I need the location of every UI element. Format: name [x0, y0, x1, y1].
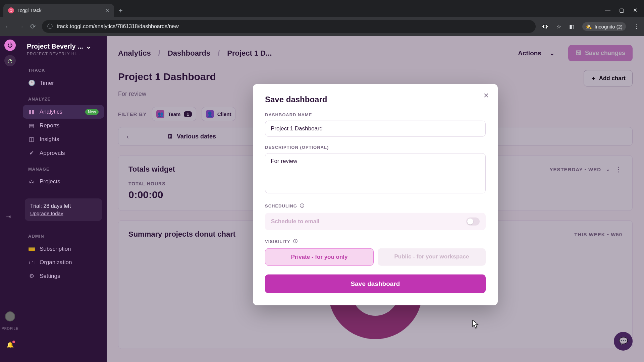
info-icon[interactable]: ⓘ: [293, 238, 298, 244]
browser-tab-strip: ⏱ Toggl Track ✕ + — ▢ ✕: [0, 0, 644, 17]
visibility-label: VISIBILITYⓘ: [265, 238, 486, 244]
schedule-toggle[interactable]: [466, 218, 480, 226]
new-badge: New: [85, 109, 99, 115]
dashboard-description-input[interactable]: [265, 153, 486, 193]
sidebar-item-settings[interactable]: ⚙Settings: [20, 269, 107, 283]
incognito-indicator[interactable]: 🕵️ Incognito (2): [582, 22, 626, 31]
description-label: DESCRIPTION (OPTIONAL): [265, 145, 486, 150]
visibility-public-option[interactable]: Public - for your workspace: [378, 248, 486, 266]
close-tab-icon[interactable]: ✕: [105, 7, 109, 14]
info-icon[interactable]: ⓘ: [300, 203, 305, 209]
sidebar-item-reports[interactable]: ▤Reports: [20, 119, 107, 132]
folder-icon: 🗂: [28, 178, 35, 185]
notifications-bell-icon[interactable]: 🔔: [6, 341, 14, 349]
sidebar-section-analyze: ANALYZE: [20, 90, 107, 105]
site-info-icon[interactable]: ⓘ: [47, 23, 53, 30]
main-content: Analytics / Dashboards / Project 1 D... …: [107, 36, 644, 362]
avatar[interactable]: [5, 311, 15, 321]
sidebar-section-manage: MANAGE: [20, 160, 107, 175]
sidebar-item-timer[interactable]: 🕒Timer: [20, 76, 107, 90]
browser-menu-icon[interactable]: ⋮: [634, 23, 639, 30]
visibility-private-option[interactable]: Private - for you only: [265, 248, 374, 266]
chevron-down-icon: ⌄: [86, 42, 92, 50]
clock-icon: 🕒: [28, 79, 35, 86]
check-circle-icon: ✔: [28, 149, 35, 157]
dashboard-name-input[interactable]: [265, 121, 486, 137]
browser-tab[interactable]: ⏱ Toggl Track ✕: [3, 4, 114, 17]
url-text: track.toggl.com/analytics/7861318/dashbo…: [57, 23, 179, 29]
gear-icon: ⚙: [28, 273, 35, 280]
trial-banner[interactable]: Trial: 28 days left Upgrade today: [25, 198, 102, 221]
bookmark-star-icon[interactable]: ☆: [556, 23, 561, 30]
modal-title: Save dashboard: [265, 95, 486, 104]
sidebar-section-admin: ADMIN: [20, 227, 107, 242]
collapse-sidebar-icon[interactable]: ⇥: [6, 213, 11, 220]
window-maximize-icon[interactable]: ▢: [619, 7, 624, 13]
eye-off-icon[interactable]: 👁‍🗨: [542, 23, 548, 30]
profile-label: PROFILE: [2, 327, 18, 330]
app-rail: ⏻ ◔ PROFILE 🔔: [0, 36, 20, 362]
window-close-icon[interactable]: ✕: [633, 7, 637, 13]
sidebar-item-analytics[interactable]: ▮▮AnalyticsNew: [23, 105, 104, 119]
window-minimize-icon[interactable]: —: [605, 7, 610, 13]
toggl-favicon: ⏱: [8, 7, 14, 13]
sidebar-item-organization[interactable]: 🗃Organization: [20, 256, 107, 269]
reports-icon: ▤: [28, 122, 35, 129]
sidebar-item-subscription[interactable]: 💳Subscription: [20, 242, 107, 256]
incognito-icon: 🕵️: [586, 23, 592, 29]
save-dashboard-button[interactable]: Save dashboard: [265, 275, 486, 293]
browser-toolbar: ← → ⟳ ⓘ track.toggl.com/analytics/786131…: [0, 17, 644, 36]
rail-timer-button[interactable]: ⏻: [4, 40, 16, 51]
schedule-to-email-row[interactable]: Schedule to email: [265, 213, 486, 230]
side-panel-icon[interactable]: ◧: [569, 23, 574, 30]
name-label: DASHBOARD NAME: [265, 112, 486, 117]
insights-icon: ◫: [28, 136, 35, 143]
forward-icon[interactable]: →: [17, 23, 24, 31]
new-tab-button[interactable]: +: [114, 7, 127, 17]
sidebar-item-projects[interactable]: 🗂Projects: [20, 175, 107, 188]
address-bar[interactable]: ⓘ track.toggl.com/analytics/7861318/dash…: [42, 20, 536, 33]
save-dashboard-modal: Save dashboard ✕ DASHBOARD NAME DESCRIPT…: [253, 84, 498, 305]
rail-secondary-button[interactable]: ◔: [4, 55, 16, 66]
sidebar-section-track: TRACK: [20, 61, 107, 76]
sidebar: Project Beverly ...⌄ PROJECT BEVERLY HI.…: [20, 36, 107, 362]
sidebar-item-approvals[interactable]: ✔Approvals: [20, 146, 107, 160]
reload-icon[interactable]: ⟳: [30, 22, 36, 31]
card-icon: 💳: [28, 245, 35, 252]
modal-close-icon[interactable]: ✕: [483, 92, 489, 100]
tab-title: Toggl Track: [17, 8, 102, 13]
back-icon[interactable]: ←: [5, 23, 11, 31]
workspace-switcher[interactable]: Project Beverly ...⌄ PROJECT BEVERLY HI.…: [20, 41, 107, 61]
org-icon: 🗃: [28, 259, 35, 266]
sidebar-item-insights[interactable]: ◫Insights: [20, 132, 107, 146]
scheduling-label: SCHEDULINGⓘ: [265, 203, 486, 209]
bar-chart-icon: ▮▮: [28, 108, 35, 115]
